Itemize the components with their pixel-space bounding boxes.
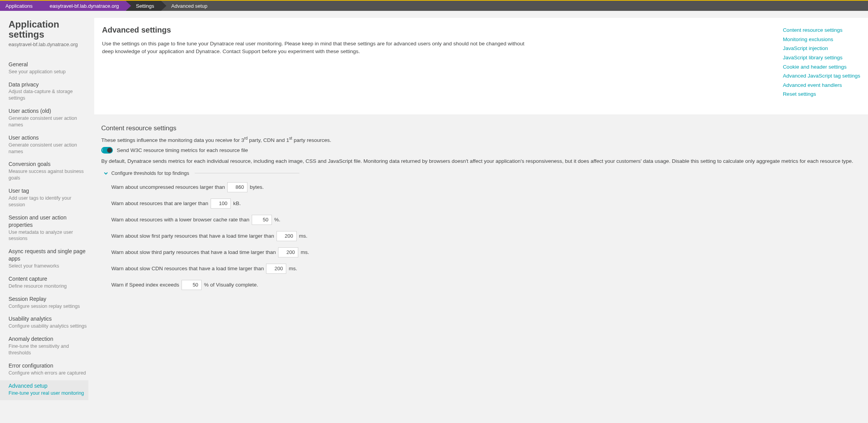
threshold-row: Warn about resources that are larger tha… <box>111 199 860 209</box>
sidebar-item[interactable]: Async requests and single page appsSelec… <box>9 246 87 273</box>
sidebar-item-desc: Measure success against business goals <box>9 168 87 181</box>
page-title: Advanced settings <box>102 26 533 35</box>
panel-advanced-settings: Advanced settings Use the settings on th… <box>94 18 868 114</box>
anchor-link[interactable]: Advanced JavaScript tag settings <box>783 71 860 81</box>
sidebar-item-desc: Configure usability analytics settings <box>9 323 87 330</box>
page-description: Use the settings on this page to fine tu… <box>102 40 533 56</box>
sidebar-item-desc: Use metadata to analyze user sessions <box>9 229 87 242</box>
divider <box>195 173 299 173</box>
sidebar-item-title: General <box>9 61 87 68</box>
anchor-link[interactable]: Reset settings <box>783 90 860 99</box>
crumb-advanced: Advanced setup <box>161 1 214 11</box>
anchor-link[interactable]: Cookie and header settings <box>783 62 860 72</box>
sidebar-item-desc: Generate consistent user action names <box>9 142 87 155</box>
crumb-label: easytravel-bf.lab.dynatrace.org <box>50 3 119 9</box>
sidebar-item-title: Conversion goals <box>9 161 87 168</box>
threshold-label: Warn if Speed index exceeds <box>111 282 179 288</box>
sidebar-subtitle: easytravel-bf.lab.dynatrace.org <box>9 41 87 47</box>
threshold-input[interactable] <box>277 231 297 241</box>
svg-marker-0 <box>39 1 45 11</box>
threshold-input[interactable] <box>278 247 298 257</box>
threshold-unit: bytes. <box>250 184 264 190</box>
anchor-link[interactable]: Advanced event handlers <box>783 81 860 90</box>
threshold-unit: kB. <box>233 200 241 206</box>
sidebar-item[interactable]: Content captureDefine resource monitorin… <box>9 273 87 294</box>
crumb-app[interactable]: easytravel-bf.lab.dynatrace.org <box>40 1 126 11</box>
chevron-right-icon <box>39 1 45 11</box>
sidebar-item[interactable]: Session and user action propertiesUse me… <box>9 212 87 246</box>
toggle-switch[interactable] <box>101 147 113 154</box>
sidebar-item-title: Data privacy <box>9 81 87 88</box>
section-subtext: These settings influence the monitoring … <box>101 136 860 143</box>
threshold-input[interactable] <box>266 264 286 274</box>
sidebar-item-title: Anomaly detection <box>9 335 87 343</box>
sidebar-item-desc: Generate consistent user action names <box>9 115 87 128</box>
threshold-input[interactable] <box>211 199 231 209</box>
sidebar: Application settings easytravel-bf.lab.d… <box>0 11 87 408</box>
anchor-link[interactable]: Content resource settings <box>783 26 860 35</box>
anchor-link[interactable]: Monitoring exclusions <box>783 35 860 44</box>
threshold-input[interactable] <box>227 182 247 192</box>
threshold-unit: %. <box>274 217 280 223</box>
sidebar-item-title: Session and user action properties <box>9 214 87 229</box>
threshold-label: Warn about slow first party resources th… <box>111 233 274 239</box>
sidebar-item[interactable]: Advanced setupFine-tune your real user m… <box>0 380 88 401</box>
sidebar-item[interactable]: Usability analyticsConfigure usability a… <box>9 313 87 333</box>
sidebar-item[interactable]: GeneralSee your application setup <box>9 59 87 79</box>
breadcrumb: Applications easytravel-bf.lab.dynatrace… <box>0 1 868 11</box>
threshold-unit: % of Visually complete. <box>204 282 258 288</box>
threshold-input[interactable] <box>252 215 272 225</box>
toggle-w3c-metrics: Send W3C resource timing metrics for eac… <box>101 147 860 154</box>
toggle-label: Send W3C resource timing metrics for eac… <box>117 147 248 153</box>
chevron-down-icon <box>104 171 108 176</box>
anchor-link[interactable]: JavaScript library settings <box>783 53 860 62</box>
threshold-label: Warn about resources with a lower browse… <box>111 217 249 223</box>
sidebar-item[interactable]: User tagAdd user tags to identify your s… <box>9 185 87 212</box>
sidebar-item[interactable]: Anomaly detectionFine-tune the sensitivi… <box>9 333 87 360</box>
sidebar-item-title: User tag <box>9 187 87 195</box>
sidebar-item-desc: Fine-tune the sensitivity and thresholds <box>9 343 87 356</box>
sidebar-item[interactable]: User actionsGenerate consistent user act… <box>9 132 87 159</box>
sidebar-item[interactable]: User actions (old)Generate consistent us… <box>9 105 87 132</box>
threshold-unit: ms. <box>289 266 297 271</box>
threshold-input[interactable] <box>182 280 202 290</box>
threshold-row: Warn about slow third party resources th… <box>111 247 860 257</box>
threshold-row: Warn if Speed index exceeds% of Visually… <box>111 280 860 290</box>
anchor-link[interactable]: JavaScript injection <box>783 44 860 53</box>
crumb-settings[interactable]: Settings <box>126 1 161 11</box>
sidebar-item-title: User actions <box>9 134 87 142</box>
threshold-unit: ms. <box>301 249 309 255</box>
chevron-right-icon <box>126 1 131 11</box>
sidebar-item[interactable]: Conversion goalsMeasure success against … <box>9 159 87 185</box>
sidebar-item-desc: Select your frameworks <box>9 263 87 269</box>
threshold-label: Warn about resources that are larger tha… <box>111 200 208 206</box>
sidebar-item[interactable]: Data privacyAdjust data-capture & storag… <box>9 79 87 106</box>
sidebar-item[interactable]: Error configurationConfigure which error… <box>9 360 87 380</box>
sidebar-item-title: Session Replay <box>9 295 87 303</box>
chevron-right-icon <box>161 1 166 11</box>
threshold-row: Warn about uncompressed resources larger… <box>111 182 860 192</box>
main: Advanced settings Use the settings on th… <box>87 11 868 408</box>
crumb-applications[interactable]: Applications <box>0 1 40 11</box>
crumb-label: Settings <box>136 3 154 9</box>
sidebar-item-title: Error configuration <box>9 362 87 369</box>
sidebar-title: Application settings <box>9 19 87 40</box>
expand-thresholds-header[interactable]: Configure thresholds for top findings <box>101 171 860 176</box>
sidebar-item-title: User actions (old) <box>9 107 87 115</box>
threshold-label: Warn about uncompressed resources larger… <box>111 184 225 190</box>
sidebar-item-title: Usability analytics <box>9 315 87 323</box>
sidebar-item-desc: See your application setup <box>9 69 87 75</box>
anchor-list: Content resource settingsMonitoring excl… <box>783 26 860 99</box>
threshold-label: Warn about slow third party resources th… <box>111 249 276 255</box>
expand-label: Configure thresholds for top findings <box>111 171 189 176</box>
toggle-note: By default, Dynatrace sends metrics for … <box>101 157 860 165</box>
sidebar-item[interactable]: Session ReplayConfigure session replay s… <box>9 294 87 314</box>
sidebar-item-desc: Configure session replay settings <box>9 303 87 310</box>
sidebar-item-title: Content capture <box>9 275 87 283</box>
sidebar-item-desc: Configure which errors are captured <box>9 370 87 376</box>
section-content-resource: Content resource settings These settings… <box>94 114 868 300</box>
threshold-list: Warn about uncompressed resources larger… <box>101 182 860 290</box>
threshold-label: Warn about slow CDN resources that have … <box>111 266 264 271</box>
sidebar-item-title: Advanced setup <box>9 382 88 390</box>
sidebar-item-desc: Define resource monitoring <box>9 283 87 290</box>
